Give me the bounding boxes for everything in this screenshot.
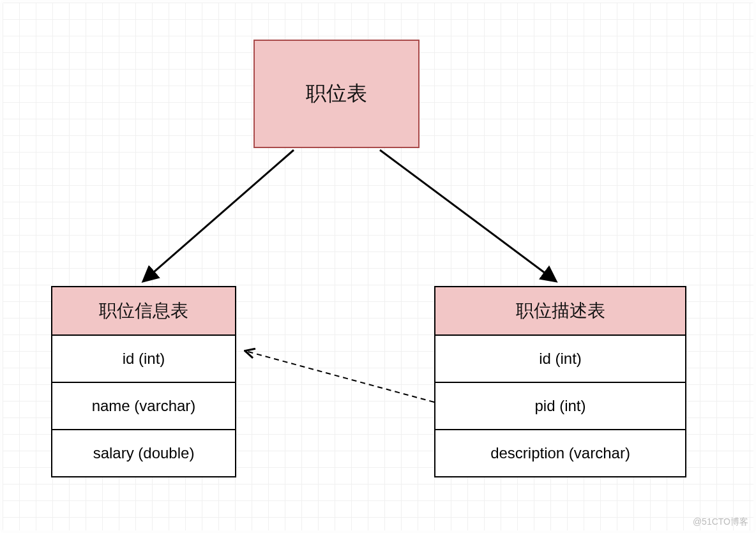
left-table: 职位信息表 id (int) name (varchar) salary (do… <box>51 286 236 477</box>
right-table: 职位描述表 id (int) pid (int) description (va… <box>434 286 686 477</box>
left-table-row: salary (double) <box>52 430 235 476</box>
arrow-top-to-left <box>144 150 294 281</box>
top-entity-box: 职位表 <box>253 40 420 148</box>
diagram-canvas: 职位表 职位信息表 id (int) name (varchar) salary… <box>0 0 756 533</box>
arrow-top-to-right <box>380 150 556 281</box>
right-table-row: pid (int) <box>435 383 685 430</box>
right-table-header: 职位描述表 <box>435 287 685 336</box>
top-entity-title: 职位表 <box>306 80 367 108</box>
left-table-header: 职位信息表 <box>52 287 235 336</box>
left-table-row: id (int) <box>52 336 235 383</box>
watermark-text: @51CTO博客 <box>693 516 748 528</box>
right-table-row: id (int) <box>435 336 685 383</box>
right-table-row: description (varchar) <box>435 430 685 476</box>
arrow-right-pid-to-left-id-dashed <box>246 351 434 402</box>
left-table-row: name (varchar) <box>52 383 235 430</box>
